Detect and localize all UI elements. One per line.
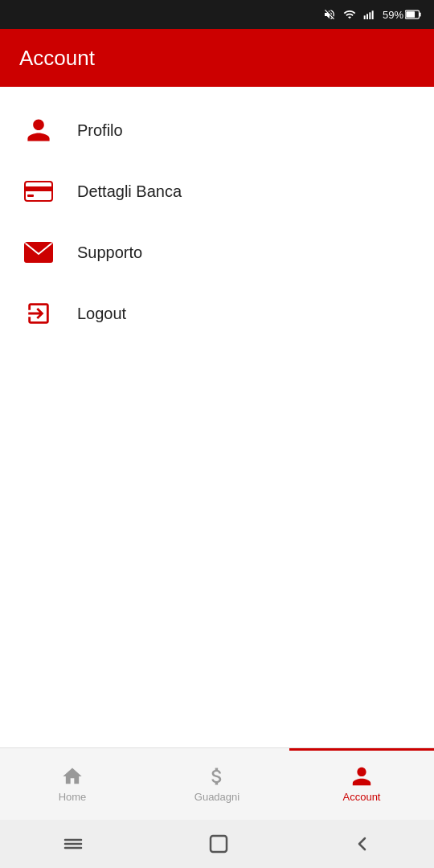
home-button[interactable] (208, 833, 229, 854)
page-title: Account (19, 46, 95, 71)
svg-rect-9 (27, 194, 34, 197)
person-icon (23, 114, 55, 146)
svg-rect-6 (406, 11, 415, 18)
account-nav-label: Account (343, 791, 381, 803)
app-header: Account (0, 29, 434, 87)
svg-rect-5 (420, 13, 421, 17)
system-nav-bar (0, 820, 434, 868)
battery-percentage: 59% (383, 9, 403, 21)
svg-rect-15 (211, 836, 227, 852)
svg-rect-8 (25, 186, 52, 191)
logout-label: Logout (77, 305, 126, 323)
back-button[interactable] (354, 835, 371, 853)
svg-rect-1 (366, 14, 368, 19)
menu-content: Profilo Dettagli Banca Supporto (0, 87, 434, 357)
logout-icon (23, 297, 55, 330)
dollar-nav-icon (206, 765, 228, 788)
svg-rect-3 (372, 10, 374, 19)
menu-item-profilo[interactable]: Profilo (0, 100, 434, 161)
wifi-icon (342, 8, 357, 21)
nav-item-account[interactable]: Account (289, 748, 434, 820)
bottom-nav: Home Guadagni Account (0, 747, 434, 820)
mail-icon (23, 236, 55, 268)
recents-button[interactable] (63, 836, 84, 852)
svg-rect-0 (364, 15, 366, 19)
menu-item-dettagli-banca[interactable]: Dettagli Banca (0, 161, 434, 222)
home-nav-label: Home (59, 791, 87, 803)
nav-item-guadagni[interactable]: Guadagni (145, 748, 289, 820)
profilo-label: Profilo (77, 121, 123, 140)
status-bar: 59% (0, 0, 434, 29)
home-nav-icon (61, 765, 84, 788)
supporto-label: Supporto (77, 244, 142, 262)
nav-item-home[interactable]: Home (0, 748, 145, 820)
signal-icon (363, 8, 376, 21)
account-nav-icon (350, 765, 373, 788)
battery-display: 59% (383, 9, 421, 21)
svg-rect-2 (369, 12, 371, 19)
menu-item-logout[interactable]: Logout (0, 283, 434, 344)
mute-icon (323, 8, 336, 21)
dettagli-banca-label: Dettagli Banca (77, 182, 182, 201)
guadagni-nav-label: Guadagni (194, 791, 240, 803)
credit-card-icon (23, 175, 55, 207)
menu-item-supporto[interactable]: Supporto (0, 222, 434, 283)
